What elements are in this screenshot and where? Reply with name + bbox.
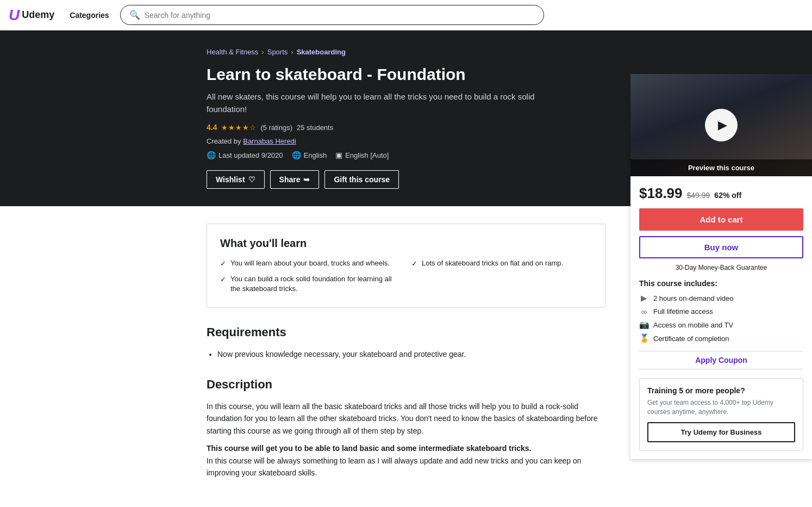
star-1: ★ [221,123,228,132]
logo-text: Udemy [22,9,54,21]
includes-mobile: 📷 Access on mobile and TV [639,320,803,330]
buy-now-button[interactable]: Buy now [639,236,803,258]
action-row: Wishlist ♡ Share ➥ Gift this course [207,170,576,189]
preview-label: Preview this course [630,159,812,176]
includes-lifetime-text: Full lifetime access [653,307,713,316]
learn-item-3-text: You can build a rock solid foundation fo… [230,274,401,294]
hero-section: Health & Fitness › Sports › Skateboardin… [0,30,812,206]
requirement-item-1: Now previous knowledge necessary, your s… [217,348,605,360]
requirements-title: Requirements [207,325,605,339]
mobile-icon: 📷 [639,320,649,330]
includes-video: ▶ 2 hours on-demand video [639,293,803,303]
breadcrumb-sports[interactable]: Sports [267,48,288,56]
price-discount: 62% off [714,191,741,200]
training-box: Training 5 or more people? Get your team… [639,378,803,450]
star-half: ☆ [249,123,256,132]
course-title: Learn to skateboard - Foundation [207,65,576,84]
description-title: Description [207,378,605,392]
rating-number: 4.4 [207,123,217,132]
video-icon: ▶ [639,293,649,303]
learn-grid: ✓ You will learn about your board, truck… [220,258,592,294]
author-prefix: Created by [207,137,241,145]
check-icon-3: ✓ [220,275,226,285]
language-icon: 🌐 [292,151,301,159]
price-row: $18.99 $49.99 62% off [639,185,803,202]
logo-u-icon: U [9,8,20,23]
star-3: ★ [235,123,242,132]
meta-row: 🌐 Last updated 9/2020 🌐 English ▣ Englis… [207,151,576,159]
wishlist-label: Wishlist [216,175,245,184]
training-desc: Get your team access to 4,000+ top Udemy… [647,398,795,417]
meta-captions-text: English [Auto] [345,151,389,159]
search-icon: 🔍 [129,10,140,20]
card-body: $18.99 $49.99 62% off Add to cart Buy no… [630,176,812,459]
check-icon-1: ✓ [220,259,226,269]
meta-language: 🌐 English [292,151,327,159]
students-count: 25 students [297,123,333,132]
includes-video-text: 2 hours on-demand video [653,294,733,302]
learn-item-2: ✓ Lots of skateboard tricks on flat and … [411,258,592,269]
globe-icon: 🌐 [207,151,216,159]
preview-thumbnail[interactable]: ▶ Preview this course [630,74,812,176]
includes-lifetime: ∞ Full lifetime access [639,307,803,316]
includes-mobile-text: Access on mobile and TV [653,321,733,329]
what-learn-title: What you'll learn [220,237,592,250]
rating-count: (5 ratings) [260,123,292,132]
requirements-list: Now previous knowledge necessary, your s… [207,348,605,360]
learn-item-1: ✓ You will learn about your board, truck… [220,258,401,269]
breadcrumb: Health & Fitness › Sports › Skateboardin… [207,48,576,56]
learn-item-2-text: Lots of skateboard tricks on flat and on… [422,258,563,268]
training-title: Training 5 or more people? [647,386,795,395]
hero-content: Health & Fitness › Sports › Skateboardin… [207,48,576,189]
search-input[interactable] [145,11,535,20]
desc-para-2: This course will get you to be able to l… [207,442,605,454]
meta-captions: ▣ English [Auto] [335,151,389,159]
breadcrumb-skateboarding[interactable]: Skateboarding [297,48,346,56]
price-original: $49.99 [687,191,710,200]
rating-row: 4.4 ★ ★ ★ ★ ☆ (5 ratings) 25 students [207,123,576,132]
what-you-learn-section: What you'll learn ✓ You will learn about… [207,224,605,308]
meta-language-text: English [304,151,327,159]
course-subtitle: All new skaters, this course will help y… [207,91,565,115]
header: U Udemy Categories 🔍 [0,0,812,30]
desc-para-3: In this course will be always something … [207,455,605,479]
logo[interactable]: U Udemy [9,8,54,23]
share-icon: ➥ [303,175,310,184]
add-to-cart-button[interactable]: Add to cart [639,208,803,231]
star-4: ★ [242,123,249,132]
includes-certificate-text: Certificate of completion [653,335,729,343]
requirements-section: Requirements Now previous knowledge nece… [207,325,605,360]
meta-updated-text: Last updated 9/2020 [218,151,283,159]
search-bar: 🔍 [120,5,544,25]
author-link[interactable]: Barnabas Heredi [243,137,296,145]
stars: ★ ★ ★ ★ ☆ [221,123,256,132]
includes-list: ▶ 2 hours on-demand video ∞ Full lifetim… [639,293,803,343]
share-label: Share [279,175,301,184]
try-udemy-business-button[interactable]: Try Udemy for Business [647,422,795,442]
money-back-guarantee: 30-Day Money-Back Guarantee [639,264,803,271]
wishlist-button[interactable]: Wishlist ♡ [207,170,265,189]
meta-updated: 🌐 Last updated 9/2020 [207,151,283,159]
infinity-icon: ∞ [639,307,649,316]
author-row: Created by Barnabas Heredi [207,137,576,145]
star-2: ★ [228,123,235,132]
play-icon: ▶ [718,118,727,132]
description-section: Description In this course, you will lea… [207,378,605,479]
check-icon-2: ✓ [411,259,417,269]
includes-certificate: 🏅 Certificate of completion [639,333,803,343]
share-button[interactable]: Share ➥ [270,170,320,189]
play-button[interactable]: ▶ [705,109,738,141]
categories-button[interactable]: Categories [63,7,115,24]
heart-icon: ♡ [248,175,255,184]
captions-icon: ▣ [335,151,342,159]
includes-title: This course includes: [639,279,803,288]
learn-item-3: ✓ You can build a rock solid foundation … [220,274,401,294]
preview-card: ▶ Preview this course $18.99 $49.99 62% … [630,74,812,459]
desc-para-1: In this course, you will learn all the b… [207,400,605,437]
price-current: $18.99 [639,185,683,202]
breadcrumb-health-fitness[interactable]: Health & Fitness [207,48,258,56]
learn-item-1-text: You will learn about your board, trucks … [230,258,390,268]
apply-coupon-button[interactable]: Apply Coupon [639,351,803,369]
certificate-icon: 🏅 [639,333,649,343]
gift-button[interactable]: Gift this course [324,170,399,189]
